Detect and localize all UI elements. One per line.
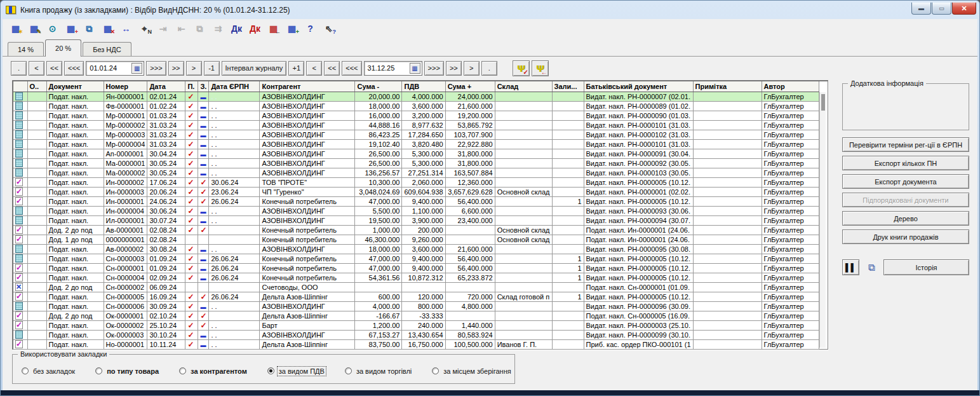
cell-doc[interactable]: Подат. накл.	[46, 101, 104, 111]
table-row[interactable]: Подат. накл.Фв-000000101.02.24✓▬. .АЗОВІ…	[13, 101, 819, 111]
cell-p[interactable]: ✓	[185, 177, 198, 187]
cell-ctr[interactable]: Конечный потребитель	[260, 225, 355, 235]
cell-ctr[interactable]: Конечный потребитель	[260, 263, 355, 273]
cell-note[interactable]	[693, 282, 762, 292]
view-document-icon[interactable]: ⊙	[45, 22, 60, 36]
cell-z[interactable]: ▬	[198, 149, 209, 158]
cell-p[interactable]: ✓	[185, 120, 198, 130]
cell-sm[interactable]: 20,000.00	[355, 92, 402, 101]
to-next-month-button[interactable]: >>	[446, 61, 462, 76]
cell-note[interactable]	[693, 206, 762, 215]
cell-sm[interactable]: 136,256.57	[355, 168, 402, 177]
date-to-input[interactable]: 31.12.25▦	[364, 61, 422, 76]
cell-sm[interactable]: 3,048,024.69	[355, 187, 402, 196]
cell-sm[interactable]: 47,000.00	[355, 254, 402, 263]
cell-par[interactable]: Видат. накл. РН-0000005 (10.12.	[584, 196, 693, 206]
cell-ic[interactable]	[13, 149, 27, 158]
cell-vat[interactable]: 200.000	[402, 225, 445, 235]
cell-vat[interactable]: 800.000	[402, 301, 445, 311]
cell-erpn[interactable]: . .	[209, 130, 260, 139]
cell-dt[interactable]: 31.03.24	[147, 139, 185, 149]
cell-note[interactable]	[693, 254, 762, 263]
cell-o[interactable]	[27, 168, 46, 177]
cell-sp[interactable]: 56,400.000	[445, 254, 495, 263]
cell-sm[interactable]: 54,361.56	[355, 273, 402, 282]
cell-par[interactable]: Подат. накл. Ин-0000001 (24.06.	[584, 235, 693, 244]
cell-doc[interactable]: Подат. накл.	[46, 120, 104, 130]
minus-one-button[interactable]: -1	[204, 61, 220, 76]
cell-sp[interactable]: 3,657,629.628	[445, 187, 495, 196]
cell-p[interactable]	[185, 282, 198, 292]
cell-z[interactable]: ▬	[198, 244, 209, 254]
table-row[interactable]: Подат. накл.Ян-000000102.01.24✓▬. .АЗОВІ…	[13, 92, 819, 101]
cell-dt[interactable]: 30.05.24	[147, 168, 185, 177]
cell-rem[interactable]	[552, 235, 584, 244]
cell-ctr[interactable]: АЗОВІНВХОЛДИНГ	[260, 101, 355, 111]
cell-vat[interactable]: 3,900.000	[402, 215, 445, 225]
cell-au[interactable]: ГлБухгалтер	[762, 292, 819, 301]
from-next-day-button[interactable]: >	[186, 61, 202, 76]
cell-num[interactable]: Ян-0000001	[104, 92, 147, 101]
cell-doc[interactable]: Подат. накл.	[46, 139, 104, 149]
cell-au[interactable]: ГлБухгалтер	[762, 244, 819, 254]
cell-wh[interactable]	[495, 196, 552, 206]
column-header-vat[interactable]: ПДВ	[402, 81, 445, 92]
cell-o[interactable]	[27, 292, 46, 301]
cell-o[interactable]	[27, 130, 46, 139]
check-erpn-terms-button[interactable]: Перевірити терміни рег-ції в ЄРПН	[842, 137, 969, 152]
cell-vat[interactable]: 1,100.000	[402, 206, 445, 215]
cell-ic[interactable]	[13, 130, 27, 139]
cell-num[interactable]: Ин-0000004	[104, 206, 147, 215]
column-header-num[interactable]: Номер	[104, 81, 147, 92]
cell-rem[interactable]	[552, 130, 584, 139]
cell-dt[interactable]: 30.04.24	[147, 149, 185, 158]
cell-vat[interactable]: 609,604.938	[402, 187, 445, 196]
cell-num[interactable]: Сн-0000002	[104, 282, 147, 292]
cell-ctr[interactable]: АЗОВІНВХОЛДИНГ	[260, 301, 355, 311]
cell-doc[interactable]: Подат. накл.	[46, 149, 104, 158]
cell-par[interactable]: Видат. накл. РН-0000099 (30.10.	[584, 330, 693, 339]
cell-au[interactable]: ГлБухгалтер	[762, 92, 819, 101]
cell-doc[interactable]: Подат. накл.	[46, 215, 104, 225]
cell-wh[interactable]	[495, 263, 552, 273]
cell-par[interactable]: Подат. накл. Сн-0000005 (16.09.	[584, 311, 693, 320]
cell-o[interactable]	[27, 187, 46, 196]
journal-settings-apply-icon[interactable]: Ψ✓	[513, 60, 530, 76]
tab-20-percent[interactable]: 20 %	[45, 39, 81, 57]
cell-dt[interactable]: 30.06.24	[147, 206, 185, 215]
table-row[interactable]: Подат. накл.Мр-000000101.03.24✓▬. .АЗОВІ…	[13, 111, 819, 120]
cell-par[interactable]: Видат. накл. РН-0000091 (30.04.	[584, 149, 693, 158]
cell-p[interactable]: ✓	[185, 301, 198, 311]
cell-ic[interactable]	[13, 244, 27, 254]
cell-sm[interactable]	[355, 282, 402, 292]
cell-rem[interactable]	[552, 187, 584, 196]
cell-ic[interactable]	[13, 196, 27, 206]
cell-par[interactable]: Подат. накл. Сн-0000001 (01.09.	[584, 282, 693, 292]
cell-wh[interactable]: Основной склад	[495, 235, 552, 244]
cell-o[interactable]	[27, 111, 46, 120]
interval-button[interactable]: Інтервал журналу	[222, 61, 287, 76]
cell-o[interactable]	[27, 339, 46, 349]
cell-au[interactable]: ГлБухгалтер	[762, 301, 819, 311]
table-row[interactable]: Подат. накл.Ин-000000124.06.24✓✓26.06.24…	[13, 196, 819, 206]
cell-sp[interactable]	[445, 282, 495, 292]
cell-rem[interactable]: 1	[552, 292, 584, 301]
cell-num[interactable]: Ма-0000002	[104, 168, 147, 177]
column-header-ctr[interactable]: Контрагент	[260, 81, 355, 92]
cell-note[interactable]	[693, 301, 762, 311]
cell-z[interactable]: ▬	[198, 111, 209, 120]
cell-z[interactable]: ✓	[198, 225, 209, 235]
cell-doc[interactable]: Подат. накл.	[46, 263, 104, 273]
cell-doc[interactable]: Дод. 2 до под	[46, 225, 104, 235]
cell-par[interactable]: Видат. накл. РН-0000103 (30.05.	[584, 168, 693, 177]
column-header-rem[interactable]: Зали...	[552, 81, 584, 92]
cell-doc[interactable]: Подат. накл.	[46, 92, 104, 101]
cell-ctr[interactable]: АЗОВІНВХОЛДИНГ	[260, 168, 355, 177]
cell-sp[interactable]: 163,507.884	[445, 168, 495, 177]
cell-dt[interactable]: 06.09.24	[147, 282, 185, 292]
cell-wh[interactable]: Иванов Г. П.	[495, 339, 552, 349]
cell-dt[interactable]: 02.01.24	[147, 92, 185, 101]
cell-doc[interactable]: Подат. накл.	[46, 273, 104, 282]
table-row[interactable]: Подат. накл.Ма-000000130.05.24✓▬. .АЗОВІ…	[13, 158, 819, 168]
cell-num[interactable]: Ав-0000002	[104, 244, 147, 254]
